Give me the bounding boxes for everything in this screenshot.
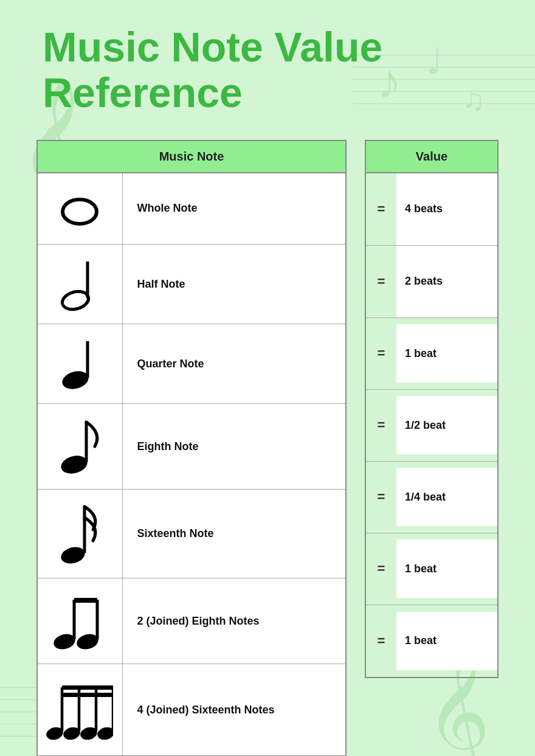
value-joined-eighth: 1 beat — [396, 539, 497, 598]
eq-symbol-eighth: = — [366, 417, 396, 433]
note-icon-cell-whole — [37, 173, 122, 244]
value-row-quarter: = 1 beat — [366, 318, 497, 390]
joined-eighth-notes-icon — [52, 591, 107, 651]
svg-rect-39 — [62, 685, 113, 690]
value-half: 2 beats — [396, 246, 497, 317]
notes-table: Music Note Whole Note — [36, 140, 347, 756]
note-icon-cell-joined-eighth — [37, 578, 122, 664]
note-name-whole: Whole Note — [122, 173, 346, 244]
eq-symbol-sixteenth: = — [366, 489, 396, 505]
table-row: 2 (Joined) Eighth Notes — [37, 578, 346, 664]
svg-point-34 — [96, 726, 113, 742]
value-eighth: 1/2 beat — [396, 396, 497, 454]
eq-symbol-joined-eighth: = — [366, 561, 396, 577]
table-row: Sixteenth Note — [37, 490, 346, 578]
page-title: Music Note Value Reference — [43, 24, 499, 116]
value-whole: 4 beats — [396, 173, 497, 245]
svg-point-20 — [60, 369, 91, 391]
note-icon-cell-half — [37, 244, 122, 324]
value-row-sixteenth: = 1/4 beat — [366, 462, 497, 533]
eq-symbol-whole: = — [366, 201, 396, 217]
value-sixteenth: 1/4 beat — [396, 468, 497, 526]
whole-note-icon — [58, 187, 101, 230]
table-row: Half Note — [37, 244, 346, 324]
col2-header: Value — [365, 140, 499, 173]
eq-symbol-quarter: = — [366, 345, 396, 361]
note-name-sixteenth: Sixteenth Note — [122, 490, 346, 578]
sixteenth-note-icon — [58, 502, 101, 566]
note-name-joined-eighth: 2 (Joined) Eighth Notes — [122, 578, 346, 664]
svg-point-22 — [59, 453, 89, 476]
note-name-eighth: Eighth Note — [122, 404, 346, 490]
joined-sixteenth-notes-icon — [46, 676, 113, 743]
note-icon-cell-quarter — [37, 324, 122, 404]
value-row-joined-eighth: = 1 beat — [366, 533, 497, 605]
note-name-joined-sixteenth: 4 (Joined) Sixteenth Notes — [122, 664, 346, 756]
svg-rect-30 — [74, 598, 97, 603]
note-icon-cell-joined-sixteenth — [37, 664, 122, 756]
note-name-half: Half Note — [122, 244, 346, 324]
value-joined-sixteenth: 1 beat — [396, 612, 497, 670]
svg-rect-40 — [62, 693, 113, 697]
table-row: Whole Note — [37, 173, 346, 244]
half-note-icon — [58, 257, 101, 311]
svg-point-24 — [60, 544, 87, 566]
table-row: Eighth Note — [37, 404, 346, 490]
svg-point-18 — [60, 289, 91, 311]
col1-header: Music Note — [37, 140, 346, 173]
table-wrapper: Music Note Whole Note — [36, 140, 499, 756]
note-icon-cell-eighth — [37, 404, 122, 490]
svg-point-17 — [63, 199, 97, 224]
value-row-joined-sixteenth: = 1 beat — [366, 605, 497, 677]
value-rows: = 4 beats = 2 beats = 1 beat = 1/2 beat … — [365, 173, 499, 678]
value-row-half: = 2 beats — [366, 246, 497, 318]
value-row-whole: = 4 beats — [366, 173, 497, 246]
eq-symbol-half: = — [366, 274, 396, 290]
value-row-eighth: = 1/2 beat — [366, 390, 497, 462]
note-icon-cell-sixteenth — [37, 490, 122, 578]
main-content: Music Note Value Reference Music Note Wh… — [0, 0, 535, 756]
eq-symbol-joined-sixteenth: = — [366, 633, 396, 649]
note-name-quarter: Quarter Note — [122, 324, 346, 404]
table-row: Quarter Note — [37, 324, 346, 404]
quarter-note-icon — [58, 336, 101, 391]
eighth-note-icon — [58, 416, 101, 477]
table-row: 4 (Joined) Sixteenth Notes — [37, 664, 346, 756]
value-section: Value = 4 beats = 2 beats = 1 beat = 1/2… — [365, 140, 499, 678]
value-quarter: 1 beat — [396, 324, 497, 383]
